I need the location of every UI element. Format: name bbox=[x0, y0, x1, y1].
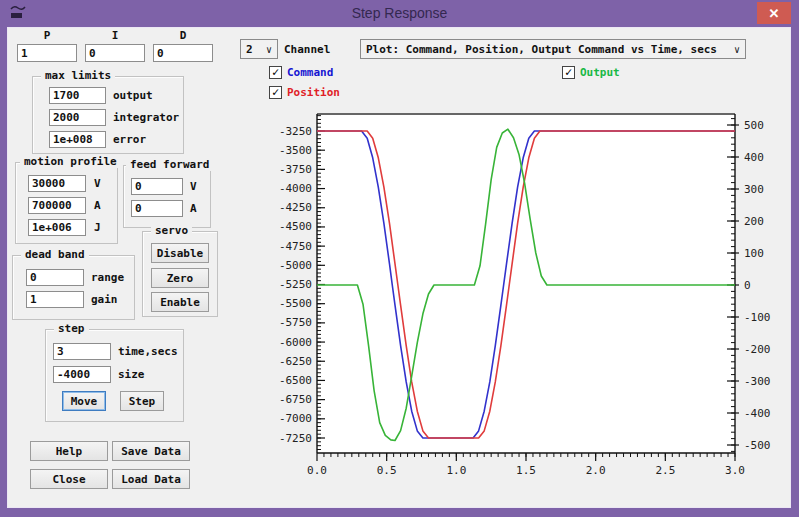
d-input[interactable] bbox=[153, 44, 213, 62]
servo-enable-button[interactable]: Enable bbox=[151, 292, 209, 312]
svg-text:1.5: 1.5 bbox=[516, 464, 536, 477]
max-limits-group: max limits output integrator error bbox=[32, 76, 184, 154]
svg-text:-5000: -5000 bbox=[279, 259, 312, 272]
ff-velocity-label: V bbox=[190, 180, 197, 193]
app-window: Step Response ✕ P I D max limits output … bbox=[0, 0, 799, 517]
plot-type-select[interactable]: Plot: Command, Position, Output Command … bbox=[360, 39, 746, 59]
output-checkbox-label: Output bbox=[580, 66, 620, 79]
close-window-button[interactable]: Close bbox=[30, 469, 108, 489]
svg-text:300: 300 bbox=[744, 183, 764, 196]
chevron-down-icon: ∨ bbox=[730, 44, 740, 55]
step-time-input[interactable] bbox=[53, 343, 111, 360]
close-button[interactable]: ✕ bbox=[757, 2, 791, 24]
output-limit-input[interactable] bbox=[49, 87, 106, 104]
svg-text:3.0: 3.0 bbox=[725, 464, 745, 477]
servo-disable-button[interactable]: Disable bbox=[151, 243, 209, 263]
svg-text:2.5: 2.5 bbox=[655, 464, 675, 477]
position-checkbox[interactable]: ✓ bbox=[269, 86, 282, 99]
dead-band-range-input[interactable] bbox=[26, 269, 84, 286]
max-limits-legend: max limits bbox=[41, 69, 115, 82]
chevron-down-icon: ∨ bbox=[262, 44, 272, 55]
ff-velocity-input[interactable] bbox=[131, 178, 183, 195]
accel-input[interactable] bbox=[28, 197, 86, 214]
dead-band-group: dead band range gain bbox=[12, 255, 135, 320]
svg-text:2.0: 2.0 bbox=[586, 464, 606, 477]
check-icon: ✓ bbox=[272, 67, 279, 77]
motion-profile-group: motion profile V A J bbox=[15, 162, 118, 244]
svg-text:-5750: -5750 bbox=[279, 316, 312, 329]
svg-text:-7250: -7250 bbox=[279, 432, 312, 445]
integrator-limit-label: integrator bbox=[113, 111, 179, 124]
position-checkbox-label: Position bbox=[287, 86, 340, 99]
step-button[interactable]: Step bbox=[120, 391, 164, 411]
svg-text:-400: -400 bbox=[744, 407, 771, 420]
check-icon: ✓ bbox=[565, 67, 572, 77]
ff-accel-input[interactable] bbox=[131, 200, 183, 217]
channel-select[interactable]: 2 ∨ bbox=[240, 39, 278, 59]
svg-text:-100: -100 bbox=[744, 311, 771, 324]
save-data-button[interactable]: Save Data bbox=[112, 441, 190, 461]
i-input[interactable] bbox=[85, 44, 145, 62]
dead-band-range-label: range bbox=[91, 271, 124, 284]
command-checkbox[interactable]: ✓ bbox=[269, 66, 282, 79]
move-button[interactable]: Move bbox=[62, 391, 106, 411]
p-label: P bbox=[17, 29, 77, 42]
svg-text:-3500: -3500 bbox=[279, 144, 312, 157]
svg-text:-5500: -5500 bbox=[279, 297, 312, 310]
velocity-input[interactable] bbox=[28, 175, 86, 192]
load-data-button[interactable]: Load Data bbox=[112, 469, 190, 489]
svg-text:-6500: -6500 bbox=[279, 374, 312, 387]
svg-text:-3750: -3750 bbox=[279, 163, 312, 176]
close-icon: ✕ bbox=[769, 6, 780, 21]
servo-zero-button[interactable]: Zero bbox=[151, 268, 209, 288]
error-limit-input[interactable] bbox=[49, 131, 106, 148]
accel-label: A bbox=[94, 199, 101, 212]
servo-legend: servo bbox=[151, 224, 192, 237]
svg-text:-4000: -4000 bbox=[279, 182, 312, 195]
d-label: D bbox=[153, 29, 213, 42]
svg-text:-6250: -6250 bbox=[279, 355, 312, 368]
svg-text:-500: -500 bbox=[744, 439, 771, 452]
step-size-label: size bbox=[118, 368, 145, 381]
dead-band-gain-label: gain bbox=[91, 293, 118, 306]
step-legend: step bbox=[54, 322, 89, 335]
jerk-label: J bbox=[94, 221, 101, 234]
dead-band-legend: dead band bbox=[21, 248, 89, 261]
channel-value: 2 bbox=[246, 43, 253, 56]
integrator-limit-input[interactable] bbox=[49, 109, 106, 126]
svg-text:400: 400 bbox=[744, 151, 764, 164]
jerk-input[interactable] bbox=[28, 219, 86, 236]
command-checkbox-label: Command bbox=[287, 66, 333, 79]
step-time-label: time,secs bbox=[118, 345, 178, 358]
help-button[interactable]: Help bbox=[30, 441, 108, 461]
svg-text:0.0: 0.0 bbox=[307, 464, 327, 477]
svg-text:500: 500 bbox=[744, 119, 764, 132]
svg-text:200: 200 bbox=[744, 215, 764, 228]
svg-text:-300: -300 bbox=[744, 375, 771, 388]
ff-accel-label: A bbox=[190, 202, 197, 215]
svg-text:-5250: -5250 bbox=[279, 278, 312, 291]
check-icon: ✓ bbox=[272, 87, 279, 97]
svg-text:0.5: 0.5 bbox=[377, 464, 397, 477]
svg-text:100: 100 bbox=[744, 247, 764, 260]
servo-group: servo Disable Zero Enable bbox=[142, 231, 218, 317]
p-input[interactable] bbox=[17, 44, 77, 62]
svg-text:-3250: -3250 bbox=[279, 125, 312, 138]
svg-text:0: 0 bbox=[744, 279, 751, 292]
svg-text:-4750: -4750 bbox=[279, 240, 312, 253]
feed-forward-legend: feed forward bbox=[126, 158, 213, 171]
motion-profile-legend: motion profile bbox=[20, 155, 121, 168]
svg-text:-6750: -6750 bbox=[279, 393, 312, 406]
step-group: step time,secs size Move Step bbox=[45, 329, 184, 422]
velocity-label: V bbox=[94, 177, 101, 190]
output-limit-label: output bbox=[113, 89, 153, 102]
channel-label: Channel bbox=[284, 43, 330, 56]
output-checkbox[interactable]: ✓ bbox=[562, 66, 575, 79]
step-response-plot: -3250-3500-3750-4000-4250-4500-4750-5000… bbox=[260, 105, 785, 480]
svg-text:-4500: -4500 bbox=[279, 220, 312, 233]
step-size-input[interactable] bbox=[53, 366, 111, 383]
svg-text:-4250: -4250 bbox=[279, 201, 312, 214]
error-limit-label: error bbox=[113, 133, 146, 146]
svg-text:-200: -200 bbox=[744, 343, 771, 356]
dead-band-gain-input[interactable] bbox=[26, 291, 84, 308]
